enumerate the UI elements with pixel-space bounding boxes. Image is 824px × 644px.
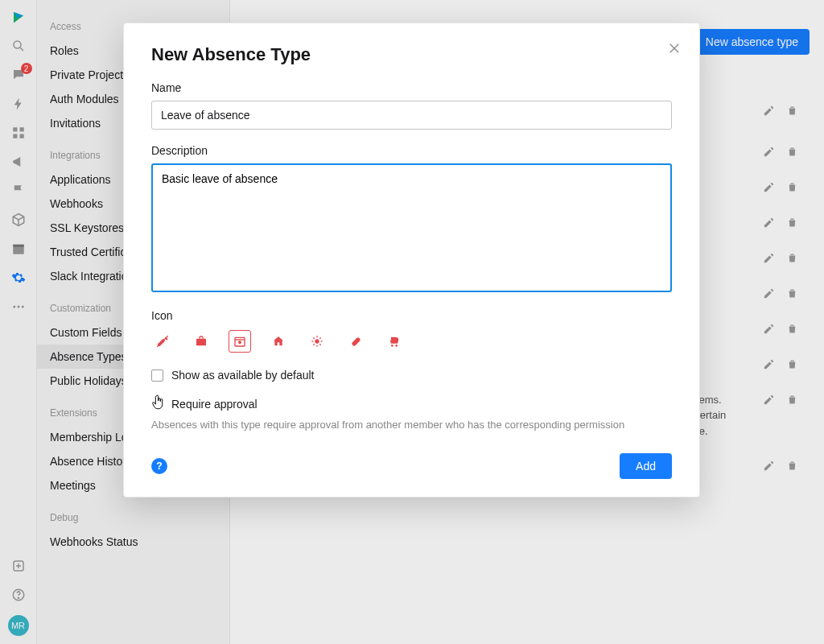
briefcase-icon[interactable] bbox=[190, 330, 212, 353]
description-label: Description bbox=[151, 144, 672, 157]
show-available-label: Show as available by default bbox=[171, 369, 314, 382]
sun-icon[interactable] bbox=[306, 330, 328, 353]
require-approval-help: Absences with this type require approval… bbox=[151, 419, 672, 431]
cursor-hand-icon bbox=[151, 394, 163, 414]
new-absence-type-dialog: New Absence Type Name Description Icon S… bbox=[123, 23, 700, 497]
svg-rect-20 bbox=[196, 339, 206, 346]
icon-picker bbox=[151, 330, 672, 353]
svg-point-24 bbox=[315, 339, 319, 343]
svg-line-19 bbox=[157, 336, 167, 346]
show-available-checkbox[interactable] bbox=[151, 369, 163, 382]
svg-line-29 bbox=[313, 337, 314, 338]
svg-rect-33 bbox=[351, 336, 360, 346]
svg-point-35 bbox=[395, 345, 398, 347]
name-label: Name bbox=[151, 81, 672, 94]
name-input[interactable] bbox=[151, 101, 672, 130]
icon-label: Icon bbox=[151, 309, 672, 322]
stroller-icon[interactable] bbox=[383, 330, 406, 353]
dialog-title: New Absence Type bbox=[151, 44, 672, 65]
pill-icon[interactable] bbox=[344, 330, 367, 353]
svg-line-32 bbox=[319, 337, 320, 338]
show-available-row[interactable]: Show as available by default bbox=[151, 369, 672, 382]
svg-point-34 bbox=[391, 345, 393, 347]
svg-line-31 bbox=[313, 344, 314, 345]
add-button[interactable]: Add bbox=[620, 453, 672, 479]
require-approval-label: Require approval bbox=[171, 398, 258, 411]
close-icon[interactable] bbox=[667, 41, 682, 58]
dialog-help-icon[interactable]: ? bbox=[151, 458, 167, 474]
pencil-off-icon[interactable] bbox=[151, 330, 174, 353]
home-icon[interactable] bbox=[267, 330, 290, 353]
description-input[interactable] bbox=[151, 163, 672, 292]
require-approval-row[interactable]: Require approval bbox=[151, 394, 672, 414]
svg-line-30 bbox=[319, 344, 320, 345]
svg-point-23 bbox=[239, 341, 241, 344]
calendar-select-icon[interactable] bbox=[229, 330, 251, 353]
